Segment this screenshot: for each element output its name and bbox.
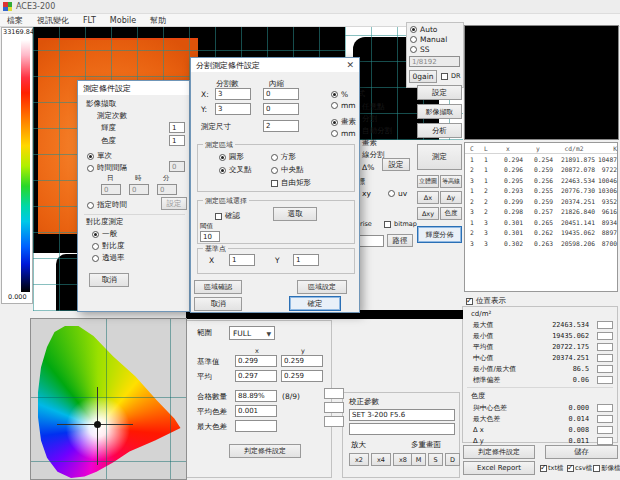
table-row[interactable]: 1 3 0.301 0.265 20451.141 8934 xyxy=(465,217,617,228)
pick-button[interactable]: 選取 xyxy=(273,207,317,221)
coord-uv-radio[interactable]: uv xyxy=(388,189,407,198)
size-pixel-radio[interactable]: 畫素 xyxy=(331,117,356,127)
excel-report-button[interactable]: Excel Report xyxy=(463,461,535,475)
method-option-label: 任意點 xyxy=(362,102,385,112)
threshold-field[interactable]: 10 xyxy=(200,231,220,242)
solid-graph-button[interactable]: 立體圖 xyxy=(417,175,439,188)
base-x-field[interactable]: 1 xyxy=(229,254,255,266)
image-file-checkbox[interactable]: 影像檔 xyxy=(593,464,620,473)
menu-file[interactable]: 檔案 xyxy=(0,15,30,26)
shutter-speed-field[interactable]: 1/8192 xyxy=(409,56,460,67)
area-set-button[interactable]: 區域設定 xyxy=(297,280,347,294)
txt-file-checkbox[interactable]: txt檔 xyxy=(540,464,563,473)
reference-y-field[interactable]: 0.259 xyxy=(281,355,323,367)
y-inset-field[interactable]: 0 xyxy=(263,103,299,115)
gain-button[interactable]: 0gain xyxy=(409,70,437,83)
hour-field[interactable]: 0 xyxy=(129,184,149,195)
size-mm-radio[interactable]: mm xyxy=(331,129,356,138)
dialog-title-bar[interactable]: 測定條件設定 xyxy=(78,81,189,95)
zoom-x2-button[interactable]: x2 xyxy=(349,453,369,466)
exposure-manual-radio[interactable]: Manual xyxy=(410,35,447,44)
measure-button[interactable]: 測定 xyxy=(417,144,462,170)
delta-x-button[interactable]: Δx xyxy=(417,191,439,204)
base-y-field[interactable]: 1 xyxy=(293,254,319,266)
normal-radio[interactable]: 一般 xyxy=(92,229,117,239)
interval-radio[interactable]: 時間間隔 xyxy=(87,163,127,173)
table-row[interactable]: 3 1 0.295 0.256 22463.534 10046 xyxy=(465,175,617,186)
delta-y-button[interactable]: Δy xyxy=(440,191,462,204)
luminance-distribution-button[interactable]: 輝度分佈 xyxy=(417,226,462,243)
average-y-field[interactable]: 0.259 xyxy=(281,370,323,382)
delta-xy-button[interactable]: Δxy xyxy=(417,207,439,220)
save-button[interactable]: 儲存 xyxy=(545,445,618,459)
dialog-title: 分割測定條件設定 xyxy=(196,60,260,71)
chromaticity-count-field[interactable]: 1 xyxy=(169,135,185,146)
menu-help[interactable]: 幫助 xyxy=(143,15,173,26)
contour-button[interactable]: 等高線 xyxy=(440,175,462,188)
inset-percent-radio[interactable]: % xyxy=(331,90,348,99)
reference-x-field[interactable]: 0.299 xyxy=(235,355,277,367)
calibration-extra-field[interactable] xyxy=(349,423,455,435)
luminance-count-field[interactable]: 1 xyxy=(169,122,185,133)
zoom-x4-button[interactable]: x4 xyxy=(371,453,391,466)
free-rect-checkbox[interactable]: 自由矩形 xyxy=(271,178,311,188)
center-point-radio[interactable]: 中央點 xyxy=(271,165,304,175)
interval-field[interactable]: 0 xyxy=(169,161,185,172)
menu-flt[interactable]: FLT xyxy=(76,16,103,25)
x-inset-field[interactable]: 0 xyxy=(263,88,299,100)
cancel-button[interactable]: 取消 xyxy=(194,297,242,311)
csv-file-checkbox[interactable]: csv檔 xyxy=(567,464,592,473)
timed-radio[interactable]: 指定時間 xyxy=(87,200,127,210)
inset-mm-radio[interactable]: mm xyxy=(331,101,356,110)
cancel-button[interactable]: 取消 xyxy=(89,273,129,287)
table-row[interactable]: 1 2 0.293 0.255 20776.730 10306 xyxy=(465,186,617,197)
judge-condition-button-2[interactable]: 判定條件設定 xyxy=(229,444,301,458)
table-row[interactable]: 1 1 0.294 0.254 21891.875 10487 xyxy=(465,154,617,165)
chroma-map-button[interactable]: 色度 xyxy=(440,207,462,220)
table-row[interactable]: 2 2 0.299 0.259 20374.251 9352 xyxy=(465,196,617,207)
method-set-button[interactable]: 設定 xyxy=(382,158,410,171)
zoom-x8-button[interactable]: x8 xyxy=(393,453,413,466)
multi-m-button[interactable]: M xyxy=(411,453,426,466)
exposure-ss-radio[interactable]: SS xyxy=(410,45,430,54)
checkbox-icon xyxy=(271,180,278,187)
dialog-title-bar[interactable]: 分割測定條件設定 ✕ xyxy=(191,58,359,72)
contrast-radio[interactable]: 對比度 xyxy=(92,241,125,251)
cie-horseshoe xyxy=(35,322,185,478)
path-button[interactable]: 路徑 xyxy=(387,234,413,247)
calibration-set-field[interactable]: SET 3-200 F5.6 xyxy=(349,409,455,421)
range-dropdown[interactable]: FULL▼ xyxy=(229,326,275,340)
timed-set-button[interactable]: 設定 xyxy=(161,197,187,210)
exposure-auto-radio[interactable]: Auto xyxy=(410,25,437,34)
size-field[interactable]: 2 xyxy=(263,120,299,132)
multi-d-button[interactable]: D xyxy=(445,453,460,466)
single-radio[interactable]: 單次 xyxy=(87,151,112,161)
table-row[interactable]: 2 3 0.301 0.262 19435.062 8897 xyxy=(465,228,617,239)
analyze-button[interactable]: 分析 xyxy=(417,123,462,138)
table-row[interactable]: 2 1 0.296 0.259 20872.078 9722 xyxy=(465,165,617,176)
ok-button[interactable]: 確定 xyxy=(289,296,341,311)
settings-button[interactable]: 設定 xyxy=(417,85,462,100)
area-confirm-button[interactable]: 區域確認 xyxy=(194,280,242,294)
dr-checkbox[interactable]: DR xyxy=(441,72,461,80)
day-field[interactable]: 0 xyxy=(101,184,121,195)
menu-video-change[interactable]: 視訊變化 xyxy=(30,15,76,26)
table-row[interactable]: 3 3 0.302 0.263 20598.206 8700 xyxy=(465,238,617,249)
judge-condition-button[interactable]: 判定條件設定 xyxy=(463,445,535,459)
bitmap-checkbox[interactable]: bitmap xyxy=(384,220,417,228)
table-row[interactable]: 3 2 0.298 0.257 21826.840 9616 xyxy=(465,207,617,218)
multi-s-button[interactable]: S xyxy=(428,453,443,466)
x-divisions-field[interactable]: 3 xyxy=(215,88,251,100)
cross-point-radio[interactable]: 交叉點 xyxy=(219,165,252,175)
minute-field[interactable]: 0 xyxy=(157,184,177,195)
circle-radio[interactable]: 圓形 xyxy=(219,152,244,162)
position-display-checkbox[interactable]: 位置表示 xyxy=(466,296,506,306)
average-x-field[interactable]: 0.297 xyxy=(235,370,277,382)
close-icon[interactable]: ✕ xyxy=(346,61,354,70)
y-divisions-field[interactable]: 3 xyxy=(215,103,251,115)
transmittance-radio[interactable]: 透過率 xyxy=(92,253,125,263)
confirm-checkbox[interactable]: 確認 xyxy=(215,211,240,221)
square-radio[interactable]: 方形 xyxy=(271,152,296,162)
menu-mobile[interactable]: Mobile xyxy=(103,16,143,25)
capture-button[interactable]: 影像擷取 xyxy=(417,104,462,119)
